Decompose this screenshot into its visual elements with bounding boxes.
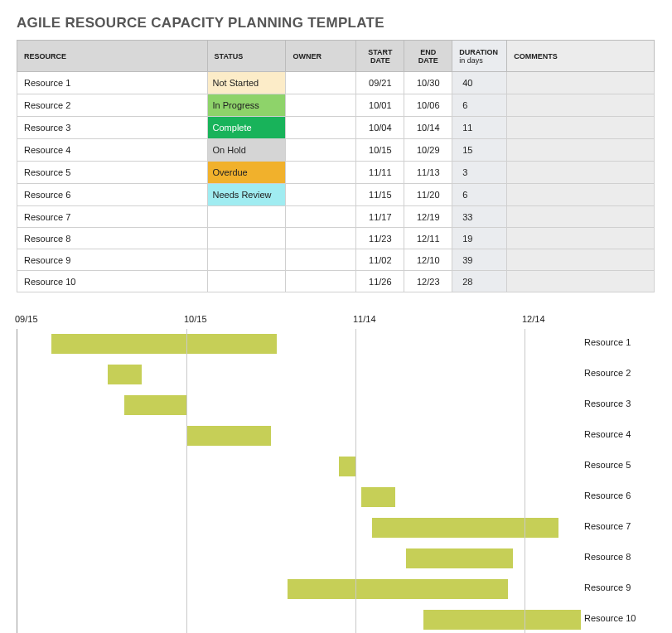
cell-comments[interactable] [507,162,655,184]
table-row: Resource 6Needs Review11/1511/206 [17,184,655,206]
gantt-chart: 09/1510/1511/1412/14 Resource 1Resource … [17,314,655,633]
cell-start-date[interactable]: 11/23 [356,228,404,249]
gantt-row-label: Resource 3 [584,399,587,408]
table-row: Resource 811/2312/1119 [17,228,655,249]
cell-start-date[interactable]: 11/02 [356,249,404,271]
cell-status[interactable]: Complete [207,117,286,139]
cell-end-date[interactable]: 11/20 [404,184,452,206]
status-pill: Complete [208,117,286,138]
cell-owner[interactable] [286,249,356,271]
cell-comments[interactable] [507,139,655,162]
cell-comments[interactable] [507,249,655,271]
gantt-gridline [186,329,187,633]
col-owner: OWNER [286,41,356,72]
cell-duration: 19 [452,228,507,249]
gantt-row: Resource 9 [17,574,580,605]
cell-comments[interactable] [507,206,655,228]
cell-end-date[interactable]: 12/19 [404,206,452,228]
cell-comments[interactable] [507,184,655,206]
cell-comments[interactable] [507,228,655,249]
cell-comments[interactable] [507,271,655,292]
gantt-tick-label: 12/14 [522,314,545,324]
cell-start-date[interactable]: 10/04 [356,117,404,139]
status-pill: Not Started [208,72,286,94]
cell-duration: 39 [452,249,507,271]
cell-end-date[interactable]: 10/14 [404,117,452,139]
gantt-gridline [355,329,356,633]
gantt-row: Resource 1 [17,329,580,360]
cell-resource[interactable]: Resource 8 [17,228,208,249]
gantt-bar[interactable] [51,334,277,354]
cell-owner[interactable] [286,228,356,249]
gantt-bar[interactable] [186,426,271,446]
cell-start-date[interactable]: 09/21 [356,72,404,94]
cell-status[interactable]: Overdue [207,162,286,184]
cell-start-date[interactable]: 11/17 [356,206,404,228]
cell-comments[interactable] [507,94,655,117]
cell-duration: 6 [452,184,507,206]
gantt-row: Resource 6 [17,482,580,513]
cell-comments[interactable] [507,117,655,139]
cell-end-date[interactable]: 12/10 [404,249,452,271]
cell-duration: 40 [452,72,507,94]
status-pill: Overdue [208,162,286,183]
cell-start-date[interactable]: 10/15 [356,139,404,162]
gantt-bar[interactable] [423,610,581,630]
cell-end-date[interactable]: 10/30 [404,72,452,94]
cell-end-date[interactable]: 12/11 [404,228,452,249]
cell-status[interactable] [207,271,286,292]
cell-owner[interactable] [286,139,356,162]
gantt-bar[interactable] [406,548,513,568]
cell-owner[interactable] [286,162,356,184]
gantt-row: Resource 4 [17,421,580,452]
cell-owner[interactable] [286,184,356,206]
gantt-row-label: Resource 10 [584,613,587,623]
cell-status[interactable] [207,249,286,271]
gantt-bar[interactable] [108,365,142,384]
cell-owner[interactable] [286,271,356,292]
cell-end-date[interactable]: 12/23 [404,271,452,292]
cell-status[interactable]: Not Started [207,72,286,94]
cell-resource[interactable]: Resource 9 [17,249,208,271]
gantt-row: Resource 8 [17,544,580,574]
cell-resource[interactable]: Resource 7 [17,206,208,228]
cell-start-date[interactable]: 10/01 [356,94,404,117]
cell-status[interactable] [207,206,286,228]
gantt-row-label: Resource 6 [584,490,587,500]
page-title: AGILE RESOURCE CAPACITY PLANNING TEMPLAT… [17,15,655,31]
cell-status[interactable]: Needs Review [207,184,286,206]
cell-resource[interactable]: Resource 4 [17,139,208,162]
cell-owner[interactable] [286,206,356,228]
table-row: Resource 3Complete10/0410/1411 [17,117,655,139]
cell-end-date[interactable]: 11/13 [404,162,452,184]
gantt-bar[interactable] [361,487,395,507]
gantt-bar[interactable] [124,395,186,415]
cell-duration: 33 [452,206,507,228]
cell-resource[interactable]: Resource 5 [17,162,208,184]
cell-end-date[interactable]: 10/06 [404,94,452,117]
cell-owner[interactable] [286,117,356,139]
cell-owner[interactable] [286,94,356,117]
table-row: Resource 711/1712/1933 [17,206,655,228]
cell-start-date[interactable]: 11/15 [356,184,404,206]
cell-end-date[interactable]: 10/29 [404,139,452,162]
cell-resource[interactable]: Resource 6 [17,184,208,206]
cell-resource[interactable]: Resource 10 [17,271,208,292]
cell-status[interactable]: On Hold [207,139,286,162]
gantt-row-label: Resource 2 [584,368,587,378]
cell-duration: 11 [452,117,507,139]
cell-start-date[interactable]: 11/11 [356,162,404,184]
cell-resource[interactable]: Resource 3 [17,117,208,139]
cell-status[interactable]: In Progress [207,94,286,117]
cell-resource[interactable]: Resource 2 [17,94,208,117]
gantt-bar[interactable] [339,457,355,476]
cell-status[interactable] [207,228,286,249]
cell-duration: 3 [452,162,507,184]
gantt-bar[interactable] [372,518,558,538]
cell-owner[interactable] [286,72,356,94]
gantt-bar[interactable] [288,579,507,599]
cell-comments[interactable] [507,72,655,94]
cell-start-date[interactable]: 11/26 [356,271,404,292]
table-row: Resource 1Not Started09/2110/3040 [17,72,655,94]
cell-resource[interactable]: Resource 1 [17,72,208,94]
